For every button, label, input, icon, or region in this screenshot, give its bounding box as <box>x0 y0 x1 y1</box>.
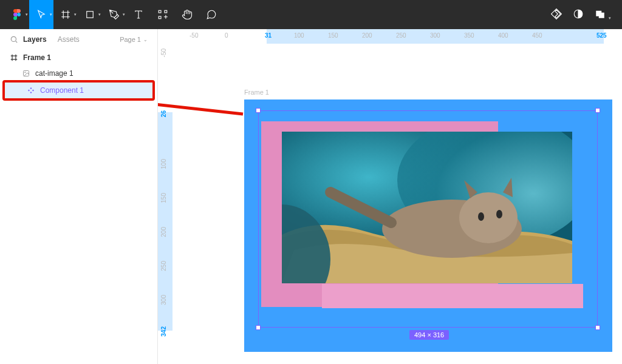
figma-icon <box>12 9 22 20</box>
search-icon[interactable] <box>10 35 18 44</box>
resources-icon <box>157 9 168 20</box>
comment-icon <box>206 9 217 20</box>
svg-rect-7 <box>598 12 604 18</box>
diamond-icon <box>551 8 562 19</box>
resources-tool-button[interactable] <box>151 0 175 29</box>
ruler-edge-top: 26 <box>160 110 167 117</box>
annotation-highlight-box: Component 1 <box>2 80 155 101</box>
mask-button[interactable]: ▾ <box>595 8 611 21</box>
rectangle-icon <box>84 9 95 20</box>
tab-assets[interactable]: Assets <box>58 35 80 44</box>
ruler-edge-bottom: 342 <box>160 326 167 337</box>
svg-rect-2 <box>165 10 167 13</box>
chevron-down-icon: ▾ <box>123 12 125 17</box>
canvas-area[interactable]: 31 -50 0 100 150 200 250 300 350 400 450… <box>158 29 622 364</box>
component-action-button[interactable] <box>551 8 562 21</box>
chevron-down-icon: ▾ <box>74 12 77 17</box>
canvas-frame-label[interactable]: Frame 1 <box>244 89 269 96</box>
contrast-button[interactable] <box>573 8 584 21</box>
ruler-vertical: -50 26 100 150 200 250 300 342 <box>158 44 173 364</box>
chevron-down-icon: ⌄ <box>143 37 148 42</box>
layer-row-image[interactable]: cat-image 1 <box>0 66 157 81</box>
text-icon <box>133 9 144 20</box>
hand-tool-button[interactable] <box>175 0 199 29</box>
move-icon <box>36 9 47 20</box>
svg-point-15 <box>478 212 484 221</box>
chevron-down-icon: ▾ <box>98 12 101 17</box>
layer-label: Frame 1 <box>23 53 51 62</box>
sidebar-tabs: Layers Assets Page 1 ⌄ <box>0 29 157 50</box>
pen-icon <box>109 9 120 20</box>
image-icon <box>22 69 30 78</box>
component-icon <box>27 86 35 95</box>
shape-tool-button[interactable]: ▾ <box>78 0 102 29</box>
canvas-component-rect-2[interactable] <box>322 284 583 308</box>
left-sidebar: Layers Assets Page 1 ⌄ Frame 1 cat-image… <box>0 29 158 364</box>
canvas-image[interactable] <box>282 132 572 283</box>
ruler-horizontal: 31 -50 0 100 150 200 250 300 350 400 450… <box>173 29 622 44</box>
top-toolbar: ▾ ▾ ▾ ▾ ▾ ▾ <box>0 0 622 29</box>
hand-icon <box>182 9 193 20</box>
ruler-edge-right: 525 <box>596 32 607 39</box>
chevron-down-icon: ▾ <box>609 16 611 20</box>
ruler-edge-left: 31 <box>265 32 272 39</box>
chevron-down-icon: ▾ <box>26 12 28 17</box>
tab-layers[interactable]: Layers <box>23 35 47 44</box>
layer-row-component[interactable]: Component 1 <box>5 83 152 98</box>
page-selector[interactable]: Page 1 ⌄ <box>120 36 148 43</box>
pen-tool-button[interactable]: ▾ <box>102 0 126 29</box>
comment-tool-button[interactable] <box>199 0 224 29</box>
svg-point-14 <box>459 192 518 243</box>
layer-label: Component 1 <box>40 86 84 95</box>
figma-menu-button[interactable]: ▾ <box>5 0 29 29</box>
mask-icon <box>595 8 606 19</box>
cat-image-placeholder <box>282 132 572 283</box>
svg-rect-1 <box>159 10 161 13</box>
layer-row-frame[interactable]: Frame 1 <box>0 50 157 66</box>
svg-rect-4 <box>551 8 561 19</box>
layer-label: cat-image 1 <box>35 69 73 78</box>
svg-rect-0 <box>87 12 94 18</box>
svg-point-10 <box>25 72 26 73</box>
svg-point-16 <box>496 210 502 218</box>
frame-tool-button[interactable]: ▾ <box>53 0 78 29</box>
svg-point-8 <box>11 36 16 41</box>
contrast-icon <box>573 8 584 19</box>
frame-icon <box>60 9 71 20</box>
selection-size-badge: 494 × 316 <box>409 330 449 340</box>
svg-rect-3 <box>159 16 161 19</box>
frame-icon <box>10 53 18 62</box>
move-tool-button[interactable]: ▾ <box>29 0 53 29</box>
canvas-content[interactable]: Frame 1 <box>173 44 622 364</box>
chevron-down-icon: ▾ <box>50 12 52 17</box>
page-selector-label: Page 1 <box>120 36 141 43</box>
text-tool-button[interactable] <box>126 0 151 29</box>
